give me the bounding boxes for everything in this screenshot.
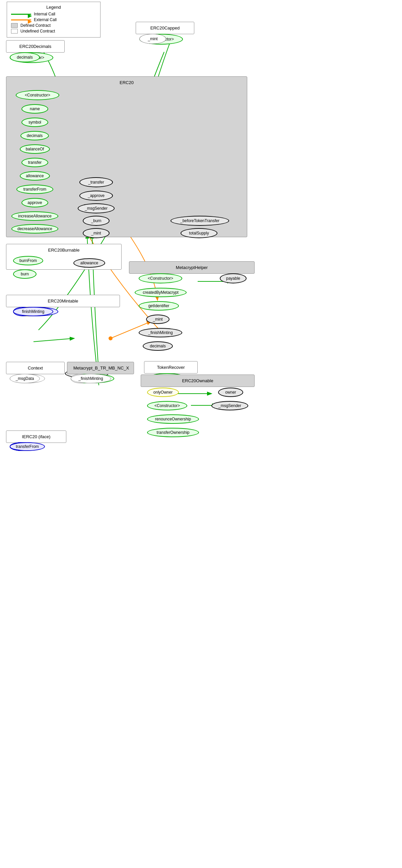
metacrypthelper-finishminting: _finishMinting <box>139 328 182 337</box>
erc20ownable-owner: owner <box>218 388 243 397</box>
erc20decimals-title: ERC20Decimals <box>10 42 61 50</box>
ierc20-box: IERC20 (iface) name symbol decimals tota… <box>6 431 66 443</box>
erc20capped-mint: _mint <box>140 34 166 44</box>
erc20-balanceof: balanceOf <box>20 145 50 154</box>
metacrypthelper-decimals: decimals <box>143 341 173 351</box>
erc20ownable-box: ERC20Ownable onlyOwner owner <Constructo… <box>141 375 255 387</box>
erc20ownable-onlyowner: onlyOwner <box>147 388 179 397</box>
erc20ownable-transferownership: transferOwnership <box>147 428 199 437</box>
erc20ownable-constructor: <Constructor> <box>147 401 187 410</box>
erc20burnable-burnfrom: burnFrom <box>13 256 43 265</box>
legend-undefined-label: Undefined Contract <box>21 29 55 33</box>
erc20-_transfer: _transfer <box>80 177 113 187</box>
legend-defined-label: Defined Contract <box>21 23 51 28</box>
context-title: Context <box>10 364 61 372</box>
context-msgdata: _msgData <box>10 374 40 383</box>
context-box: Context _msgSender _msgData <box>6 362 65 374</box>
erc20-_approve: _approve <box>80 191 113 201</box>
erc20capped-title: ERC20Capped <box>140 24 191 32</box>
metacrypthelper-getidentifier: getIdentifier <box>139 301 179 311</box>
erc20-totalsupply: totalSupply <box>181 228 217 238</box>
erc20burnable-box: ERC20Burnable burnFrom allowance burn <box>6 244 122 270</box>
legend-defined-contract: Defined Contract <box>11 23 96 28</box>
erc20-box: ERC20 <Constructor> name symbol decimals… <box>6 76 247 237</box>
legend-undefined-contract: Undefined Contract <box>11 29 96 33</box>
legend-internal-call-label: Internal Call <box>34 12 55 17</box>
erc20-approve: approve <box>22 198 48 207</box>
metacrypt-b-box: Metacrypt_B_TR_MB_NC_X <Constructor> dec… <box>67 362 134 374</box>
erc20ownable-title: ERC20Ownable <box>144 377 251 384</box>
erc20ownable-renounceownership: renounceOwnership <box>147 414 199 424</box>
metacrypthelper-title: MetacryptHelper <box>133 264 251 271</box>
erc20-transferfrom: transferFrom <box>17 185 53 194</box>
legend-internal-call: ▶ Internal Call <box>11 12 96 17</box>
tokenrecover-title: TokenRecover <box>148 364 194 371</box>
legend-external-call: ▶ External Call <box>11 18 96 22</box>
metacrypthelper-payable: payable <box>220 273 247 283</box>
ierc20-title: IERC20 (iface) <box>10 433 63 440</box>
erc20-_msgsender: _msgSender <box>78 203 115 213</box>
erc20-_mint: _mint <box>83 228 110 238</box>
erc20-title: ERC20 <box>10 79 244 87</box>
erc20ownable-msgsender: _msgSender <box>211 401 248 410</box>
tokenrecover-box: TokenRecover recoverToken <box>144 361 198 374</box>
erc20-decreaseallowance: decreaseAllowance <box>11 224 58 234</box>
erc20burnable-allowance: allowance <box>73 258 105 268</box>
metacrypthelper-constructor: <Constructor> <box>139 273 182 283</box>
legend-title: Legend <box>11 5 96 10</box>
erc20decimals-box: ERC20Decimals <Constructor> decimals <box>6 40 65 53</box>
erc20-decimals: decimals <box>21 131 49 141</box>
erc20mintable-box: ERC20Mintable canMint mintingFinished mi… <box>6 295 120 307</box>
metacrypthelper-createdbymetacrypt: createdByMetacrypt <box>135 288 187 297</box>
legend-box: Legend ▶ Internal Call ▶ External Call D… <box>7 2 100 37</box>
erc20-increaseallowance: increaseAllowance <box>11 211 58 221</box>
erc20burnable-burn: burn <box>13 269 36 279</box>
ierc20-transferfrom: transferFrom <box>10 442 45 451</box>
metacrypt-b-finishminting: _finishMinting <box>71 374 111 383</box>
erc20-_beforetokentransfer: _beforeTokenTransfer <box>171 216 229 226</box>
erc20-symbol: symbol <box>22 118 48 127</box>
erc20decimals-decimals: decimals <box>10 52 40 62</box>
erc20-allowance: allowance <box>20 171 50 181</box>
erc20burnable-title: ERC20Burnable <box>10 246 118 254</box>
erc20capped-box: ERC20Capped <Constructor> cap _mint <box>136 22 194 34</box>
diagram-container: Legend ▶ Internal Call ▶ External Call D… <box>0 0 402 868</box>
erc20-transfer: transfer <box>22 158 48 167</box>
erc20-constructor: <Constructor> <box>16 90 59 100</box>
metacrypt-b-title: Metacrypt_B_TR_MB_NC_X <box>71 364 130 372</box>
metacrypthelper-mint: _mint <box>146 315 169 324</box>
erc20mintable-title: ERC20Mintable <box>10 297 116 305</box>
erc20-name: name <box>22 104 48 114</box>
erc20mintable-finishminting: finishMinting <box>13 307 53 316</box>
erc20-_burn: _burn <box>83 216 110 226</box>
metacrypthelper-box: MetacryptHelper <Constructor> payable cr… <box>129 261 255 274</box>
legend-external-call-label: External Call <box>34 18 57 22</box>
